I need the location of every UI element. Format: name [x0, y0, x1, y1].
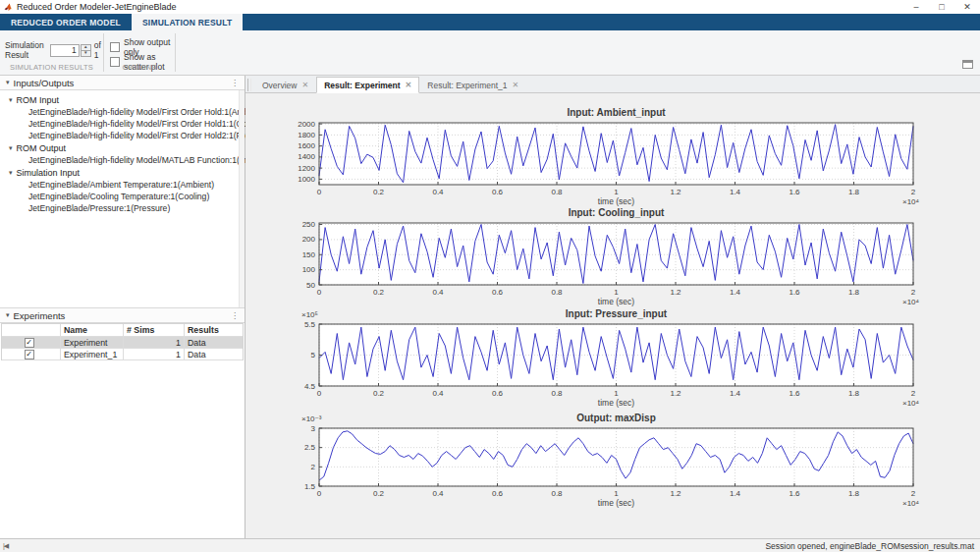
svg-text:1.6: 1.6 [789, 389, 800, 398]
cell-name[interactable]: Experiment_1 [61, 349, 124, 359]
experiments-title: Experiments [14, 310, 231, 321]
svg-text:2: 2 [911, 288, 916, 297]
tab-label: Overview [262, 81, 297, 90]
svg-text:1.8: 1.8 [848, 389, 860, 398]
matlab-logo-icon [4, 3, 13, 12]
svg-text:1.2: 1.2 [670, 188, 681, 196]
svg-text:2000: 2000 [298, 120, 315, 129]
tab-close-icon[interactable]: ✕ [513, 81, 519, 89]
tree-group-simulation-input[interactable]: ▾ Simulation Input [0, 166, 245, 179]
tree-group-rom-output[interactable]: ▾ ROM Output [0, 141, 245, 154]
tree-item-cooling[interactable]: JetEngineBlade/Cooling Temperature:1(Coo… [0, 191, 245, 202]
svg-text:1.6: 1.6 [789, 288, 800, 297]
x-scale-label: ×10⁴ [902, 298, 920, 306]
chart-cooling-input: 00.20.40.60.811.21.41.61.825010015020025… [302, 207, 920, 306]
header-results[interactable]: Results [185, 324, 243, 336]
row-checkbox[interactable]: ✓ [25, 350, 34, 359]
svg-text:1200: 1200 [298, 164, 315, 173]
tab-close-icon[interactable]: ✕ [301, 81, 308, 89]
spinner-down-icon[interactable]: ▼ [81, 51, 91, 57]
svg-text:1: 1 [614, 489, 619, 498]
statusbar-collapse-icon[interactable]: |◀ [3, 542, 8, 550]
svg-text:1000: 1000 [298, 175, 315, 184]
svg-text:2: 2 [911, 389, 916, 398]
show-output-only-checkbox[interactable] [110, 42, 120, 52]
simulation-result-spinner[interactable]: 1 ▲ ▼ [50, 44, 91, 57]
svg-text:0.6: 0.6 [492, 489, 504, 498]
tree-item-cooling-input[interactable]: JetEngineBlade/High-fidelity Model/First… [0, 118, 245, 130]
kebab-menu-icon[interactable]: ⋮ [231, 311, 239, 320]
tree-item-ambient-input[interactable]: JetEngineBlade/High-fidelity Model/First… [0, 106, 245, 118]
layout-icon[interactable] [962, 60, 973, 69]
minimize-icon[interactable]: – [903, 0, 929, 14]
chart-title-pressure-input: Input: Pressure_input [566, 308, 668, 319]
status-message: Session opened, engineBlade_ROMsession_r… [765, 541, 974, 551]
window-titlebar: Reduced Order Modeler-JetEngineBlade – □… [0, 0, 980, 14]
tree-scrollbar[interactable] [239, 90, 245, 307]
svg-text:1: 1 [614, 188, 619, 196]
kebab-menu-icon[interactable]: ⋮ [231, 79, 239, 87]
collapse-caret-icon[interactable]: ▾ [6, 79, 10, 86]
cell-name[interactable]: Experiment [61, 337, 124, 348]
experiments-table-header: Name # Sims Results [2, 324, 243, 337]
collapse-caret-icon[interactable]: ▾ [6, 311, 10, 319]
close-icon[interactable]: ✕ [954, 0, 980, 14]
experiments-header[interactable]: ▾ Experiments ⋮ [0, 308, 245, 323]
toolbar-separator-2 [175, 33, 176, 72]
svg-text:0.8: 0.8 [551, 489, 563, 498]
x-scale-label: ×10⁴ [902, 197, 920, 206]
svg-text:1.8: 1.8 [848, 188, 860, 196]
chart-pressure-input: 00.20.40.60.811.21.41.61.824.555.5Input:… [301, 308, 920, 408]
inputs-outputs-header[interactable]: ▾ Inputs/Outputs ⋮ [0, 76, 245, 90]
svg-text:0.4: 0.4 [432, 389, 444, 398]
tree-caret-icon[interactable]: ▾ [9, 144, 13, 152]
table-row-experiment[interactable]: ✓ Experiment 1 Data [2, 337, 243, 349]
tree-item-maxdisp[interactable]: JetEngineBlade/High-fidelity Model/MATLA… [0, 154, 245, 166]
svg-text:1.8: 1.8 [848, 489, 860, 498]
tree-caret-icon[interactable]: ▾ [9, 169, 13, 177]
svg-text:1.6: 1.6 [789, 188, 800, 196]
spinner-value[interactable]: 1 [50, 44, 80, 57]
header-check-column [2, 324, 61, 336]
row-checkbox[interactable]: ✓ [25, 338, 34, 348]
header-sims[interactable]: # Sims [124, 324, 185, 336]
svg-text:0: 0 [317, 188, 322, 196]
svg-text:0: 0 [317, 288, 322, 297]
tree-item-ambient[interactable]: JetEngineBlade/Ambient Temperature:1(Amb… [0, 179, 245, 191]
tab-result-experiment-1[interactable]: Result: Experiment_1 ✕ [419, 77, 526, 93]
svg-text:0.8: 0.8 [551, 389, 563, 398]
cell-results[interactable]: Data [185, 337, 243, 348]
tabbar-grip[interactable] [247, 79, 251, 91]
svg-text:100: 100 [302, 265, 316, 274]
svg-text:0.2: 0.2 [373, 489, 385, 498]
tab-reduced-order-model[interactable]: REDUCED ORDER MODEL [0, 14, 132, 30]
document-panel: Overview ✕ Result: Experiment ✕ Result: … [245, 76, 980, 538]
svg-text:0: 0 [317, 489, 322, 498]
header-name[interactable]: Name [61, 324, 124, 336]
tree-item-pressure-input[interactable]: JetEngineBlade/High-fidelity Model/First… [0, 130, 245, 141]
table-row-experiment-1[interactable]: ✓ Experiment_1 1 Data [2, 349, 243, 360]
maximize-icon[interactable]: □ [929, 0, 954, 14]
cell-sims[interactable]: 1 [124, 337, 185, 348]
tree-item-pressure[interactable]: JetEngineBlade/Pressure:1(Pressure) [0, 202, 245, 214]
tab-close-icon[interactable]: ✕ [406, 81, 412, 89]
svg-text:0.4: 0.4 [432, 288, 444, 297]
tree-caret-icon[interactable]: ▾ [9, 96, 13, 104]
cell-results[interactable]: Data [185, 349, 243, 359]
svg-text:0.4: 0.4 [432, 489, 444, 498]
tree-group-rom-input[interactable]: ▾ ROM Input [0, 93, 245, 106]
chart-title-ambient-input: Input: Ambient_input [567, 107, 666, 118]
svg-text:0.6: 0.6 [492, 288, 504, 297]
section-label-options: OPTIONS [104, 63, 175, 72]
tab-simulation-result[interactable]: SIMULATION RESULT [132, 14, 243, 30]
tab-result-experiment[interactable]: Result: Experiment ✕ [316, 77, 419, 93]
svg-text:2: 2 [311, 463, 316, 471]
svg-text:0.6: 0.6 [492, 188, 504, 196]
x-axis-label: time (sec) [598, 498, 634, 508]
svg-text:0: 0 [317, 389, 322, 398]
cell-sims[interactable]: 1 [124, 349, 185, 359]
tab-overview[interactable]: Overview ✕ [254, 77, 316, 93]
simulation-results-group: Simulation Result 1 ▲ ▼ of 1 SIMULATION … [0, 30, 103, 75]
x-axis-label: time (sec) [598, 398, 634, 408]
x-axis-label: time (sec) [598, 297, 634, 306]
